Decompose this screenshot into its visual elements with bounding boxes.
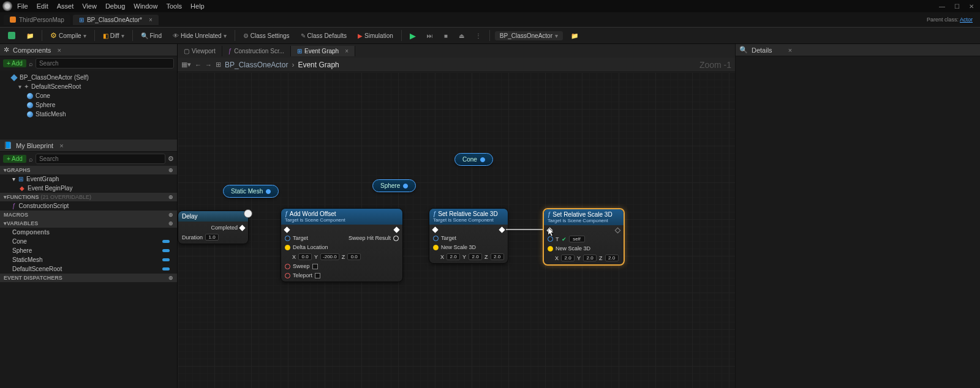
event-dispatchers-section[interactable]: EVENT DISPATCHERS⊕ <box>0 274 177 282</box>
step-button[interactable]: ⏭ <box>424 31 436 40</box>
file-tab-blueprint[interactable]: ⊞ BP_ClassOneActor* × <box>73 15 159 25</box>
add-macro-icon[interactable]: ⊕ <box>168 212 173 218</box>
scale-pin[interactable] <box>548 246 553 252</box>
play-button[interactable]: ▶ <box>407 30 419 42</box>
components-close[interactable]: × <box>57 47 61 54</box>
node-var-sphere[interactable]: Sphere <box>372 179 416 192</box>
parent-class-link[interactable]: Actor <box>960 17 973 23</box>
menu-help[interactable]: Help <box>190 2 205 10</box>
y-input[interactable]: -200.0 <box>320 253 339 260</box>
find-button[interactable]: 🔍Find <box>138 31 165 40</box>
menu-window[interactable]: Window <box>134 2 157 10</box>
y-input[interactable]: 2.0 <box>469 253 482 260</box>
sweep-hit-pin[interactable] <box>393 236 399 241</box>
components-vars-header[interactable]: Components <box>0 228 177 237</box>
graph-canvas[interactable]: Static Mesh Sphere Cone Delay Completed … <box>178 72 735 388</box>
construction-script-item[interactable]: ƒConstructionScript <box>0 201 177 211</box>
macros-section[interactable]: MACROS⊕ <box>0 211 177 219</box>
var-staticmesh[interactable]: StaticMesh <box>0 255 177 264</box>
var-sceneroot[interactable]: DefaultSceneRoot <box>0 264 177 274</box>
eventgraph-item[interactable]: ▾⊞EventGraph <box>0 174 177 184</box>
window-minimize[interactable]: — <box>936 1 948 11</box>
tree-item-staticmesh[interactable]: StaticMesh <box>0 110 177 119</box>
add-graph-icon[interactable]: ⊕ <box>168 167 173 173</box>
node-var-static-mesh[interactable]: Static Mesh <box>223 185 279 198</box>
self-target[interactable]: self <box>569 236 585 242</box>
add-dispatcher-icon[interactable]: ⊕ <box>168 275 173 281</box>
components-search-input[interactable] <box>36 58 174 69</box>
nav-back[interactable]: ← <box>195 61 202 69</box>
node-add-world-offset[interactable]: ƒ Add World Offset Target is Scene Compo… <box>281 208 403 282</box>
graphs-section[interactable]: ▾ GRAPHS⊕ <box>0 166 177 174</box>
exec-out-pin[interactable] <box>615 228 621 234</box>
teleport-pin[interactable] <box>285 273 290 278</box>
stop-button[interactable]: ■ <box>441 31 451 40</box>
blueprint-add-button[interactable]: + Add <box>3 155 26 163</box>
tab-event-graph[interactable]: ⊞Event Graph× <box>291 46 355 56</box>
sweep-pin[interactable] <box>285 264 290 269</box>
x-input[interactable]: 2.0 <box>561 255 575 261</box>
exec-in-pin[interactable] <box>432 227 439 233</box>
delta-pin[interactable] <box>285 245 290 250</box>
details-close[interactable]: × <box>788 47 792 54</box>
z-input[interactable]: 0.0 <box>347 253 361 260</box>
sweep-checkbox[interactable] <box>312 264 318 269</box>
add-function-icon[interactable]: ⊕ <box>168 194 173 200</box>
teleport-checkbox[interactable] <box>315 273 320 278</box>
menu-file[interactable]: File <box>17 2 28 10</box>
z-input[interactable]: 2.0 <box>491 253 504 260</box>
var-sphere[interactable]: Sphere <box>0 246 177 255</box>
output-pin[interactable] <box>403 184 408 188</box>
window-maximize[interactable]: ☐ <box>951 1 963 11</box>
breadcrumb-leaf[interactable]: Event Graph <box>298 61 339 69</box>
breadcrumb-root[interactable]: BP_ClassOneActor <box>225 61 288 69</box>
node-delay[interactable]: Delay Completed Duration1.0 <box>178 211 249 244</box>
hide-unrelated-button[interactable]: 👁Hide Unrelated▾ <box>170 31 230 40</box>
add-variable-icon[interactable]: ⊕ <box>168 220 173 226</box>
compile-button[interactable]: ⚙Compile▾ <box>47 30 89 41</box>
tree-item-cone[interactable]: Cone <box>0 91 177 100</box>
nav-expand[interactable]: ⊞ <box>216 61 221 69</box>
nav-forward[interactable]: → <box>205 61 212 69</box>
exec-out-pin[interactable] <box>394 227 400 233</box>
simulation-button[interactable]: ▶Simulation <box>355 31 396 40</box>
tree-item-root[interactable]: BP_ClassOneActor (Self) <box>0 73 177 82</box>
tab-close-icon[interactable]: × <box>345 48 349 54</box>
locate-button[interactable]: 📁 <box>568 31 581 40</box>
tree-item-sphere[interactable]: Sphere <box>0 100 177 110</box>
node-set-scale-1[interactable]: ƒ Set Relative Scale 3D Target is Scene … <box>429 208 508 264</box>
y-input[interactable]: 2.0 <box>583 255 597 261</box>
tab-construction[interactable]: ƒConstruction Scr... <box>222 46 291 56</box>
duration-value[interactable]: 1.0 <box>205 234 219 241</box>
menu-asset[interactable]: Asset <box>57 2 74 10</box>
menu-debug[interactable]: Debug <box>105 2 125 10</box>
window-close[interactable]: ✕ <box>965 1 978 11</box>
class-defaults-button[interactable]: ✎Class Defaults <box>298 31 350 40</box>
play-options[interactable]: ⋮ <box>472 31 484 40</box>
exec-out-pin[interactable] <box>239 225 246 231</box>
tree-item-scene-root[interactable]: ▾✦DefaultSceneRoot <box>0 82 177 91</box>
x-input[interactable]: 2.0 <box>447 253 460 260</box>
blueprint-settings-icon[interactable]: ⚙ <box>168 155 174 163</box>
node-var-cone[interactable]: Cone <box>454 153 493 166</box>
browse-button[interactable]: 📁 <box>23 31 37 40</box>
target-pin[interactable] <box>433 236 439 241</box>
graph-nav-menu[interactable]: ▦▾ <box>181 61 191 69</box>
tab-viewport[interactable]: ▢Viewport <box>178 46 222 56</box>
scale-pin[interactable] <box>433 245 439 250</box>
var-cone[interactable]: Cone <box>0 237 177 246</box>
menu-view[interactable]: View <box>82 2 97 10</box>
debug-target-dropdown[interactable]: BP_ClassOneActor▾ <box>495 31 563 40</box>
functions-section[interactable]: ▾ FUNCTIONS (21 OVERRIDABLE)⊕ <box>0 193 177 201</box>
event-beginplay-item[interactable]: ◆Event BeginPlay <box>0 184 177 193</box>
diff-button[interactable]: ◧Diff▾ <box>100 31 127 40</box>
output-pin[interactable] <box>480 157 485 162</box>
menu-tools[interactable]: Tools <box>166 2 182 10</box>
exec-out-pin[interactable] <box>499 227 505 233</box>
save-button[interactable] <box>5 31 18 40</box>
output-pin[interactable] <box>266 189 271 194</box>
blueprint-search-input[interactable] <box>36 154 165 164</box>
target-pin[interactable] <box>285 236 290 241</box>
x-input[interactable]: 0.0 <box>298 253 312 260</box>
variables-section[interactable]: ▾ VARIABLES⊕ <box>0 219 177 228</box>
